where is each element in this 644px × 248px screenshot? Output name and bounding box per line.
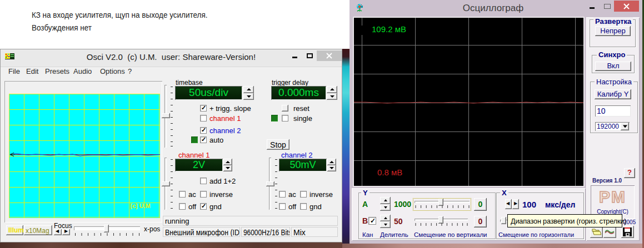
svg-text:[c] U.M: [c] U.M (130, 203, 151, 209)
svg-text:109.2 мВ: 109.2 мВ (372, 24, 406, 34)
svg-text:0.8 мВ: 0.8 мВ (377, 168, 402, 177)
